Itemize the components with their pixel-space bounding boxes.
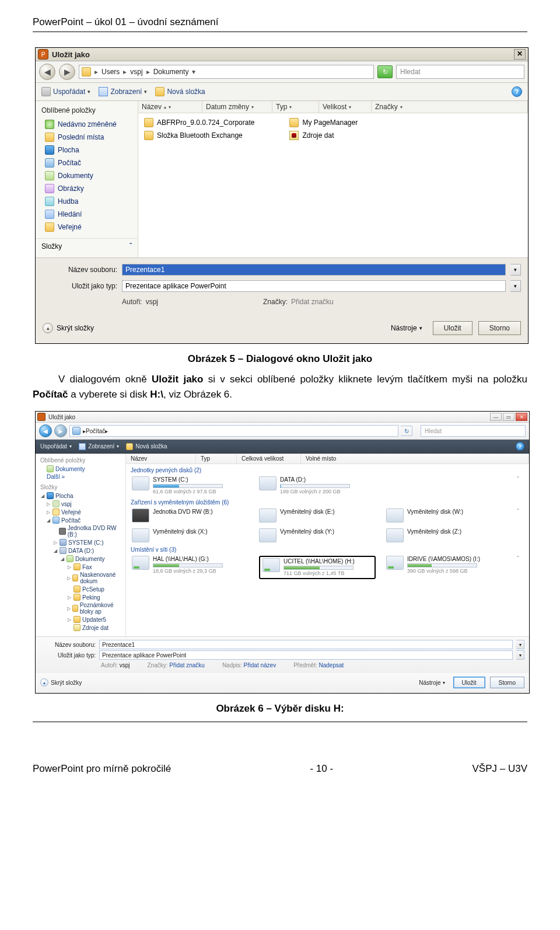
save-button[interactable]: Uložit <box>453 677 485 688</box>
breadcrumb-seg[interactable]: Dokumenty <box>151 68 191 76</box>
organize-button[interactable]: Uspořádat▾ <box>40 443 72 450</box>
minimize-icon[interactable]: — <box>490 413 502 421</box>
tree-item[interactable]: ◢Dokumenty <box>36 555 125 563</box>
close-icon[interactable]: ✕ <box>514 49 526 60</box>
refresh-button[interactable]: ↻ <box>377 65 393 78</box>
file-item[interactable]: ABFRPro_9.0.0.724_Corporate <box>144 118 254 127</box>
sidebar-item-computer[interactable]: Počítač <box>36 156 138 169</box>
tree-item[interactable]: ▷vspj <box>36 500 125 508</box>
col-tags[interactable]: Značky▾ <box>372 101 528 113</box>
forward-button[interactable]: ▶ <box>59 64 75 80</box>
sidebar-item-search[interactable]: Hledání <box>36 208 138 221</box>
group-network[interactable]: Umístění v síti (3) <box>126 544 529 555</box>
drive-item[interactable]: Vyměnitelný disk (E:) <box>259 508 376 523</box>
collapse-icon[interactable]: ˆ <box>516 556 523 579</box>
breadcrumb[interactable]: ▸ Users▸ vspj▸ Dokumenty▾ <box>79 65 374 79</box>
cancel-button[interactable]: Storno <box>478 321 521 335</box>
tree-item[interactable]: ◢Počítač <box>36 516 125 524</box>
col-size[interactable]: Velikost▾ <box>319 101 372 113</box>
breadcrumb-seg[interactable]: vspj <box>128 68 145 76</box>
drive-item[interactable]: Vyměnitelný disk (X:) <box>132 528 249 542</box>
help-icon[interactable]: ? <box>512 86 522 97</box>
filetype-input[interactable]: Prezentace aplikace PowerPoint <box>122 280 506 292</box>
col-total[interactable]: Celková velikost <box>237 454 301 464</box>
drive-item[interactable]: IDRIVE (\\AMOS\AMOS) (I:)390 GB volných … <box>386 556 503 579</box>
drive-item[interactable]: HAL (\\HAL\HAL) (G:)18,6 GB volných z 29… <box>132 556 249 579</box>
authors-value[interactable]: vspj <box>146 298 158 306</box>
views-button[interactable]: Zobrazení▾ <box>99 87 147 96</box>
titlebar[interactable]: Uložit jako — ▭ ✕ <box>36 412 529 423</box>
col-date[interactable]: Datum změny▾ <box>202 101 272 113</box>
drive-item[interactable]: SYSTEM (C:)61,6 GB volných z 97,6 GB <box>132 476 249 495</box>
tags-value[interactable]: Přidat značku <box>291 298 334 306</box>
drive-item[interactable]: Vyměnitelný disk (W:) <box>386 508 503 523</box>
folders-toggle[interactable]: Složkyˆ <box>36 238 138 254</box>
col-type[interactable]: Typ <box>196 454 237 464</box>
hide-folders-button[interactable]: ▴Skrýt složky <box>40 678 82 687</box>
tree-item[interactable]: Zdroje dat <box>36 624 125 632</box>
back-button[interactable]: ◀ <box>39 64 55 80</box>
breadcrumb-seg[interactable]: Users <box>99 68 122 76</box>
cancel-button[interactable]: Storno <box>490 677 524 688</box>
col-name[interactable]: Název <box>126 454 196 464</box>
search-input[interactable]: Hledat <box>421 425 526 437</box>
back-button[interactable]: ◀ <box>39 424 52 437</box>
tree-item[interactable]: ◢DATA (D:) <box>36 546 125 555</box>
sidebar-item-desktop[interactable]: Plocha <box>36 144 138 156</box>
drive-item[interactable]: Vyměnitelný disk (Y:) <box>259 528 376 542</box>
close-icon[interactable]: ✕ <box>516 413 527 421</box>
tree-item[interactable]: ◢Plocha <box>36 492 125 500</box>
collapse-icon[interactable]: ˆ <box>516 476 523 495</box>
search-input[interactable]: Hledat <box>396 65 524 79</box>
subject-value[interactable]: Nadepsat <box>319 662 344 668</box>
new-folder-button[interactable]: Nová složka <box>126 443 167 450</box>
tags-value[interactable]: Přidat značku <box>169 662 205 668</box>
sidebar-item[interactable]: Další » <box>36 473 125 480</box>
views-button[interactable]: Zobrazení▾ <box>79 443 119 450</box>
tree-item[interactable]: PcSetup <box>36 585 125 593</box>
group-removable[interactable]: Zařízení s vyměnitelným úložištěm (6) <box>126 496 529 507</box>
group-hdd[interactable]: Jednotky pevných disků (2) <box>126 464 529 475</box>
tools-button[interactable]: Nástroje▾ <box>419 680 444 686</box>
dropdown-icon[interactable]: ▾ <box>510 264 521 276</box>
help-icon[interactable]: ? <box>516 442 524 451</box>
drive-item[interactable]: Jednotka DVD RW (B:) <box>132 508 249 523</box>
file-item[interactable]: Zdroje dat <box>289 131 358 140</box>
collapse-icon[interactable]: ˆ <box>516 508 523 523</box>
col-free[interactable]: Volné místo <box>301 454 529 464</box>
sidebar-item-music[interactable]: Hudba <box>36 195 138 208</box>
tree-item[interactable]: ▷Poznámkové bloky ap <box>36 601 125 615</box>
tree-item[interactable]: ▷Peking <box>36 593 125 601</box>
tree-item[interactable]: ▷Fax <box>36 563 125 571</box>
forward-button[interactable]: ▶ <box>54 424 67 437</box>
tree-item[interactable]: ▷SYSTEM (C:) <box>36 538 125 546</box>
tree-item[interactable]: Jednotka DVD RW (B:) <box>36 524 125 538</box>
save-button[interactable]: Uložit <box>433 321 473 335</box>
breadcrumb[interactable]: ▸ Počítač ▸ <box>69 425 398 437</box>
sidebar-item-documents[interactable]: Dokumenty <box>36 169 138 182</box>
title-value[interactable]: Přidat název <box>244 662 276 668</box>
filetype-input[interactable]: Prezentace aplikace PowerPoint <box>99 650 513 660</box>
tools-button[interactable]: Nástroje▾ <box>391 324 422 332</box>
maximize-icon[interactable]: ▭ <box>503 413 514 421</box>
col-name[interactable]: Název▴▾ <box>138 101 202 113</box>
drive-item[interactable]: DATA (D:)199 GB volných z 200 GB <box>259 476 376 495</box>
tree-item[interactable]: ▷Naskenované dokum <box>36 571 125 585</box>
drive-item[interactable]: Vyměnitelný disk (Z:) <box>386 528 503 542</box>
tree-item[interactable]: ▷Updater5 <box>36 615 125 624</box>
file-item[interactable]: My PageManager <box>289 118 358 127</box>
new-folder-button[interactable]: Nová složka <box>155 87 205 96</box>
titlebar[interactable]: P Uložit jako ✕ <box>36 48 528 61</box>
dropdown-icon[interactable]: ▾ <box>516 640 524 649</box>
refresh-button[interactable]: ↻ <box>401 426 412 436</box>
sidebar-item-public[interactable]: Veřejné <box>36 221 138 234</box>
hide-folders-button[interactable]: ▴Skrýt složky <box>43 323 94 333</box>
dropdown-icon[interactable]: ▾ <box>516 650 524 660</box>
authors-value[interactable]: vspj <box>120 662 130 668</box>
tree-item[interactable]: ▷Veřejné <box>36 508 125 516</box>
drive-item-highlighted[interactable]: UCITEL (\\HAL\HOME) (H:)711 GB volných z… <box>259 556 376 579</box>
file-item[interactable]: Složka Bluetooth Exchange <box>144 131 254 140</box>
sidebar-item-recent[interactable]: Nedávno změněné <box>36 118 138 131</box>
sidebar-item-places[interactable]: Poslední místa <box>36 131 138 144</box>
dropdown-icon[interactable]: ▾ <box>510 280 521 292</box>
